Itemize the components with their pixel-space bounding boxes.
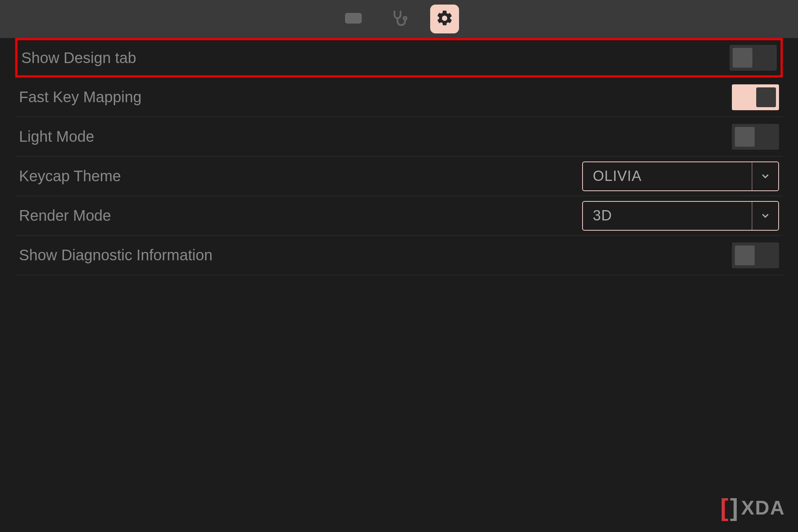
watermark-text: XDA: [741, 496, 785, 519]
svg-rect-5: [356, 15, 358, 17]
setting-label: Keycap Theme: [19, 168, 121, 185]
setting-label: Show Diagnostic Information: [19, 247, 212, 264]
select-value: 3D: [583, 207, 752, 224]
setting-label: Light Mode: [19, 128, 94, 145]
setting-show-diagnostic: Show Diagnostic Information: [15, 236, 783, 275]
setting-label: Show Design tab: [21, 49, 136, 66]
toggle-show-diagnostic[interactable]: [732, 242, 779, 268]
svg-rect-8: [352, 17, 353, 19]
svg-rect-10: [356, 17, 358, 19]
bracket-left-icon: [: [720, 496, 728, 520]
svg-rect-6: [347, 17, 349, 19]
setting-label: Render Mode: [19, 207, 111, 224]
svg-rect-1: [347, 15, 349, 17]
stethoscope-icon: [390, 9, 408, 29]
svg-rect-3: [352, 15, 353, 17]
toolbar: [0, 0, 798, 38]
tab-diagnostics[interactable]: [385, 5, 413, 33]
svg-rect-9: [354, 17, 356, 19]
toggle-show-design-tab[interactable]: [730, 45, 777, 71]
svg-rect-11: [350, 20, 357, 21]
chevron-down-icon: [752, 162, 778, 190]
chevron-down-icon: [752, 202, 778, 230]
setting-render-mode: Render Mode 3D: [15, 196, 783, 236]
toggle-knob: [733, 48, 752, 68]
setting-light-mode: Light Mode: [15, 117, 783, 157]
setting-show-design-tab: Show Design tab: [15, 38, 783, 78]
setting-keycap-theme: Keycap Theme OLIVIA: [15, 157, 783, 196]
svg-point-12: [404, 17, 407, 20]
toggle-fast-key-mapping[interactable]: [732, 84, 779, 110]
select-render-mode[interactable]: 3D: [582, 201, 779, 231]
gear-icon: [435, 9, 454, 29]
setting-label: Fast Key Mapping: [19, 89, 141, 106]
svg-rect-7: [350, 17, 351, 19]
toggle-knob: [735, 245, 755, 265]
bracket-right-icon: ]: [730, 496, 738, 520]
toggle-knob: [735, 127, 755, 147]
select-keycap-theme[interactable]: OLIVIA: [582, 162, 779, 191]
tab-keyboard[interactable]: [339, 5, 368, 33]
svg-rect-4: [354, 15, 356, 17]
toggle-light-mode[interactable]: [732, 124, 779, 150]
tab-settings[interactable]: [430, 5, 459, 33]
settings-panel: Show Design tab Fast Key Mapping Light M…: [0, 38, 798, 275]
keyboard-icon: [344, 9, 363, 29]
toggle-knob: [756, 87, 776, 107]
setting-fast-key-mapping: Fast Key Mapping: [15, 78, 783, 117]
watermark: [ ] XDA: [720, 496, 785, 520]
svg-rect-2: [350, 15, 351, 17]
select-value: OLIVIA: [583, 168, 752, 184]
